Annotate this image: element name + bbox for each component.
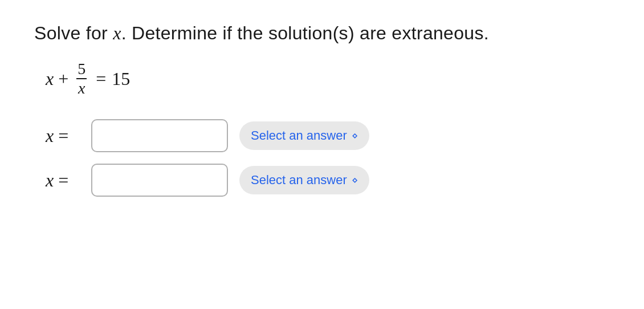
equation-x: x — [46, 68, 54, 90]
answer-input-2[interactable] — [91, 164, 228, 197]
answer-row-2: x = Select an answer ⋄ — [46, 164, 610, 197]
page-container: Solve for x. Determine if the solution(s… — [0, 0, 644, 309]
select-answer-dropdown-1[interactable]: Select an answer ⋄ — [239, 121, 369, 150]
select-answer-label-2: Select an answer — [251, 173, 347, 188]
fraction-denominator: x — [77, 79, 86, 96]
answer-input-1[interactable] — [91, 119, 228, 152]
main-equation: x + 5 x = 15 — [46, 61, 610, 96]
x-equals-label-1: x = — [46, 125, 80, 147]
chevron-icon-1: ⋄ — [352, 129, 358, 142]
answer-row-1: x = Select an answer ⋄ — [46, 119, 610, 152]
equation-rhs: 15 — [112, 68, 130, 90]
equation-block: x + 5 x = 15 — [46, 61, 610, 96]
answer-rows: x = Select an answer ⋄ x = Select an ans… — [46, 119, 610, 197]
problem-title: Solve for x. Determine if the solution(s… — [34, 23, 610, 44]
chevron-icon-2: ⋄ — [352, 174, 358, 186]
select-answer-dropdown-2[interactable]: Select an answer ⋄ — [239, 166, 369, 194]
fraction-numerator: 5 — [76, 61, 87, 79]
plus-sign: + — [58, 68, 68, 90]
equals-sign: = — [96, 68, 106, 90]
x-equals-label-2: x = — [46, 170, 80, 191]
fraction: 5 x — [76, 61, 87, 96]
select-answer-label-1: Select an answer — [251, 128, 347, 143]
variable-x-title: x — [113, 23, 121, 43]
